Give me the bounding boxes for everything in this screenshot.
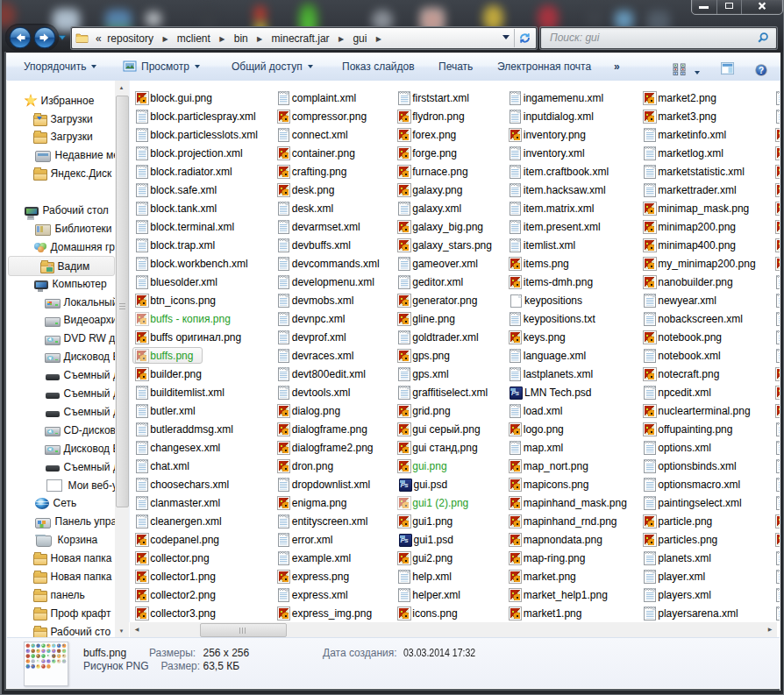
svg-text:?: ? — [759, 66, 764, 75]
